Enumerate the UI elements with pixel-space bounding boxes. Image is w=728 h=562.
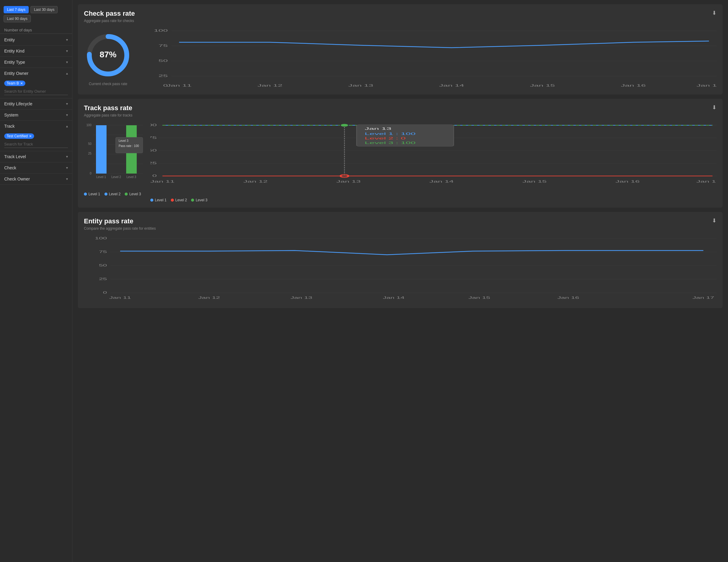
check-pass-rate-title: Check pass rate bbox=[84, 10, 135, 18]
svg-text:Level 3: Level 3 bbox=[119, 139, 129, 142]
bar-chart-legend: Level 1 Level 2 Level 3 bbox=[84, 192, 144, 196]
svg-text:Jan 12: Jan 12 bbox=[198, 296, 220, 299]
donut-label: Current check pass rate bbox=[89, 82, 127, 86]
filter-check-owner-header[interactable]: Check Owner ▾ bbox=[0, 174, 72, 184]
track-search-input[interactable] bbox=[4, 141, 68, 148]
svg-text:Level 2 : 0: Level 2 : 0 bbox=[365, 136, 406, 140]
filter-entity-lifecycle-header[interactable]: Entity Lifecycle ▾ bbox=[0, 98, 72, 109]
legend-line-label-level3: Level 3 bbox=[196, 198, 207, 202]
last-90-days-button[interactable]: Last 90 days bbox=[4, 15, 31, 22]
track-bar-chart-svg: 100 50 25 0 Level 1 Level 2 Level 3 bbox=[84, 122, 144, 189]
svg-text:Level 3: Level 3 bbox=[126, 175, 136, 179]
chevron-up-icon: ▴ bbox=[66, 124, 68, 128]
main-content: Check pass rate Aggregate pass rate for … bbox=[72, 0, 728, 562]
track-tag-remove[interactable]: ✕ bbox=[29, 134, 32, 138]
filter-check-label: Check bbox=[4, 165, 16, 170]
chevron-down-icon: ▾ bbox=[66, 155, 68, 159]
entity-owner-tag: Team B ✕ bbox=[4, 81, 25, 86]
svg-text:Jan 17: Jan 17 bbox=[697, 84, 717, 87]
filter-check-owner: Check Owner ▾ bbox=[0, 174, 72, 185]
last-7-days-button[interactable]: Last 7 days bbox=[4, 6, 29, 13]
filter-entity-label: Entity bbox=[4, 37, 15, 42]
filter-entity-kind-header[interactable]: Entity Kind ▾ bbox=[0, 46, 72, 56]
entity-pass-rate-card: Entity pass rate Compare the aggregate p… bbox=[78, 212, 723, 308]
check-pass-rate-download-icon[interactable]: ⬇ bbox=[712, 10, 717, 16]
svg-text:Jan 14: Jan 14 bbox=[383, 296, 404, 299]
filter-entity: Entity ▾ bbox=[0, 34, 72, 46]
filter-track-level-header[interactable]: Track Level ▾ bbox=[0, 151, 72, 162]
filter-track-level-label: Track Level bbox=[4, 154, 26, 159]
legend-level1: Level 1 bbox=[84, 192, 100, 196]
svg-text:Jan 13: Jan 13 bbox=[348, 84, 373, 87]
svg-text:Jan 12: Jan 12 bbox=[243, 180, 267, 183]
svg-text:0: 0 bbox=[152, 174, 157, 177]
check-pass-rate-title-group: Check pass rate Aggregate pass rate for … bbox=[84, 10, 135, 28]
chevron-down-icon: ▾ bbox=[66, 102, 68, 106]
track-line-legend: Level 1 Level 2 Level 3 bbox=[150, 198, 717, 202]
track-pass-rate-download-icon[interactable]: ⬇ bbox=[712, 104, 717, 111]
filter-check-header[interactable]: Check ▾ bbox=[0, 162, 72, 173]
entity-pass-rate-header: Entity pass rate Compare the aggregate p… bbox=[84, 217, 717, 235]
legend-line-level3: Level 3 bbox=[191, 198, 207, 202]
svg-text:Jan 15: Jan 15 bbox=[522, 180, 547, 183]
filter-entity-owner-label: Entity Owner bbox=[4, 71, 28, 76]
svg-text:100: 100 bbox=[86, 123, 91, 127]
svg-text:Level 1 : 100: Level 1 : 100 bbox=[365, 132, 416, 136]
svg-text:50: 50 bbox=[150, 149, 157, 152]
filter-system-header[interactable]: System ▾ bbox=[0, 110, 72, 120]
filter-entity-kind-label: Entity Kind bbox=[4, 49, 24, 53]
track-pass-rate-subtitle: Aggregate pass rate for tracks bbox=[84, 113, 133, 117]
svg-text:Level 1: Level 1 bbox=[96, 175, 106, 179]
svg-text:25: 25 bbox=[99, 277, 107, 281]
legend-dot-line-level2 bbox=[171, 199, 174, 202]
svg-text:Jan 11: Jan 11 bbox=[167, 84, 192, 87]
svg-text:Jan 14: Jan 14 bbox=[429, 180, 454, 183]
svg-text:Jan 16: Jan 16 bbox=[621, 84, 646, 87]
chevron-down-icon: ▾ bbox=[66, 49, 68, 53]
track-pass-rate-title-group: Track pass rate Aggregate pass rate for … bbox=[84, 104, 133, 122]
filter-track-header[interactable]: Track ▴ bbox=[0, 121, 72, 132]
chevron-down-icon: ▾ bbox=[66, 60, 68, 64]
legend-dot-level1 bbox=[84, 193, 87, 196]
svg-text:25: 25 bbox=[158, 74, 168, 78]
filter-entity-owner: Entity Owner ▴ Team B ✕ bbox=[0, 68, 72, 98]
filter-entity-header[interactable]: Entity ▾ bbox=[0, 34, 72, 45]
svg-text:Jan 13: Jan 13 bbox=[290, 296, 312, 299]
check-pass-rate-header: Check pass rate Aggregate pass rate for … bbox=[84, 10, 717, 28]
track-pass-rate-header: Track pass rate Aggregate pass rate for … bbox=[84, 104, 717, 122]
donut-chart-wrap: 87% Current check pass rate bbox=[84, 31, 132, 86]
filter-system: System ▾ bbox=[0, 110, 72, 121]
track-pass-rate-card: Track pass rate Aggregate pass rate for … bbox=[78, 99, 723, 208]
svg-text:50: 50 bbox=[99, 263, 107, 267]
legend-level2: Level 2 bbox=[104, 192, 121, 196]
track-line-chart-svg: 100 75 50 25 0 J bbox=[150, 122, 717, 195]
entity-pass-rate-download-icon[interactable]: ⬇ bbox=[712, 217, 717, 224]
legend-label-level3: Level 3 bbox=[129, 192, 141, 196]
filter-track: Track ▴ Test Certified ✕ bbox=[0, 121, 72, 151]
svg-text:Jan 15: Jan 15 bbox=[468, 296, 490, 299]
filter-entity-owner-header[interactable]: Entity Owner ▴ bbox=[0, 68, 72, 79]
legend-dot-line-level1 bbox=[150, 199, 153, 202]
track-bar-chart-wrap: 100 50 25 0 Level 1 Level 2 Level 3 bbox=[84, 122, 144, 202]
track-tag: Test Certified ✕ bbox=[4, 133, 34, 139]
chevron-down-icon: ▾ bbox=[66, 177, 68, 181]
svg-text:25: 25 bbox=[88, 152, 92, 155]
entity-pass-rate-chart-wrap: 100 75 50 25 0 Jan 11 Jan 12 Jan 13 Jan … bbox=[84, 235, 717, 303]
filter-entity-type-header[interactable]: Entity Type ▾ bbox=[0, 57, 72, 68]
chevron-up-icon: ▴ bbox=[66, 71, 68, 75]
entity-owner-search-input[interactable] bbox=[4, 88, 68, 95]
last-30-days-button[interactable]: Last 30 days bbox=[30, 6, 58, 13]
svg-text:Jan 15: Jan 15 bbox=[530, 84, 555, 87]
svg-text:87%: 87% bbox=[100, 50, 117, 59]
filter-system-label: System bbox=[4, 113, 18, 117]
svg-text:0: 0 bbox=[103, 291, 107, 294]
filter-entity-lifecycle: Entity Lifecycle ▾ bbox=[0, 98, 72, 110]
filter-entity-lifecycle-label: Entity Lifecycle bbox=[4, 101, 32, 106]
legend-dot-line-level3 bbox=[191, 199, 194, 202]
chevron-down-icon: ▾ bbox=[66, 113, 68, 117]
sidebar: Last 7 days Last 30 days Last 90 days Nu… bbox=[0, 0, 72, 562]
legend-line-level2: Level 2 bbox=[171, 198, 187, 202]
entity-owner-tag-remove[interactable]: ✕ bbox=[20, 81, 23, 85]
filter-entity-kind: Entity Kind ▾ bbox=[0, 46, 72, 57]
svg-text:75: 75 bbox=[150, 136, 157, 139]
